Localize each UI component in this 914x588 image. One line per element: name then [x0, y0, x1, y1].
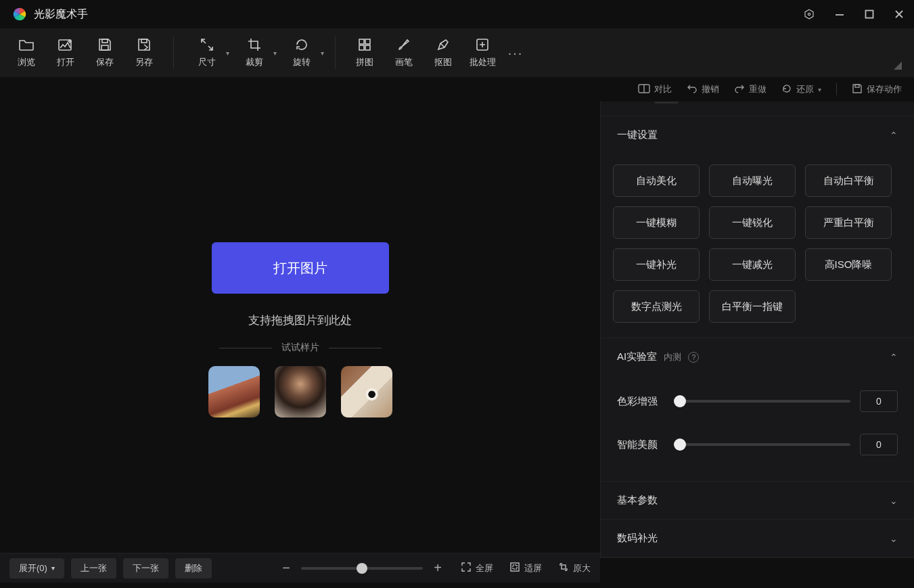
slider[interactable] [675, 443, 850, 446]
sub-toolbar: 对比 撤销 重做 还原 ▾ 保存动作 [0, 77, 914, 101]
open-image-button[interactable]: 打开图片 [212, 242, 389, 294]
saveas-button[interactable]: 另存 [124, 32, 164, 73]
section-digital-fill: 数码补光 ⌄ [601, 520, 914, 558]
svg-marker-0 [805, 9, 813, 19]
svg-rect-28 [511, 563, 519, 571]
beta-badge: 内测 [664, 351, 681, 363]
section-header-basic[interactable]: 基本参数 ⌄ [601, 482, 914, 519]
more-button[interactable]: ··· [502, 45, 529, 61]
section-header-oneclick[interactable]: 一键设置 ⌃ [601, 116, 914, 154]
zoom-slider[interactable] [301, 567, 423, 570]
preset-button[interactable]: 一键锐化 [709, 206, 796, 239]
next-button[interactable]: 下一张 [123, 558, 168, 579]
maximize-icon[interactable] [864, 9, 875, 20]
preset-button[interactable]: 一键补光 [613, 248, 700, 281]
app-name: 光影魔术手 [34, 7, 88, 22]
app-logo-icon [12, 7, 27, 22]
rotate-icon [294, 37, 309, 52]
sample-label: 试试样片 [219, 342, 382, 354]
open-button[interactable]: 打开 [46, 32, 85, 73]
pen-icon [436, 37, 451, 52]
original-size-button[interactable]: 原大 [558, 562, 591, 574]
save-button[interactable]: 保存 [85, 32, 124, 73]
expand-button[interactable]: 展开(0) ▾ [9, 558, 64, 579]
preset-grid: 自动美化自动曝光自动白平衡一键模糊一键锐化严重白平衡一键补光一键减光高ISO降噪… [613, 158, 902, 323]
undo-button[interactable]: 撤销 [687, 83, 719, 96]
cutout-button[interactable]: 抠图 [424, 32, 463, 73]
section-basic: 基本参数 ⌄ [601, 482, 914, 520]
svg-rect-12 [359, 45, 364, 50]
chevron-up-icon: ⌃ [890, 352, 898, 363]
browse-button[interactable]: 浏览 [7, 32, 46, 73]
brush-button[interactable]: 画笔 [384, 32, 424, 73]
chevron-down-icon: ▾ [226, 49, 229, 57]
save-icon [852, 83, 863, 96]
section-header-histogram[interactable]: 直方图 置顶 ⌄ [601, 101, 914, 116]
svg-rect-3 [866, 11, 873, 18]
minimize-icon[interactable] [834, 9, 845, 20]
svg-rect-7 [102, 39, 108, 43]
undo-icon [687, 83, 698, 96]
preset-button[interactable]: 自动白平衡 [805, 164, 892, 197]
preset-button[interactable]: 一键减光 [709, 248, 796, 281]
crop-button[interactable]: 裁剪 ▾ [231, 32, 278, 73]
svg-rect-11 [365, 39, 370, 44]
section-histogram: 直方图 置顶 ⌄ [601, 101, 914, 116]
prev-button[interactable]: 上一张 [71, 558, 116, 579]
sample-thumb[interactable] [275, 366, 326, 417]
canvas-drop-area[interactable]: 打开图片 支持拖拽图片到此处 试试样片 [0, 101, 600, 558]
right-panel: 调整 滤镜 文字 水印 直方图 置顶 [600, 101, 914, 558]
title-bar: 光影魔术手 [0, 0, 914, 28]
fit-icon [509, 562, 520, 574]
preset-button[interactable]: 数字点测光 [613, 290, 700, 323]
settings-icon[interactable] [803, 8, 815, 20]
sample-thumb[interactable] [208, 366, 260, 417]
svg-rect-17 [855, 85, 859, 87]
compare-button[interactable]: 对比 [638, 83, 672, 96]
help-icon[interactable]: ? [688, 352, 699, 363]
toolbar-expand-icon[interactable] [894, 60, 902, 72]
slider-value[interactable]: 0 [860, 434, 898, 455]
preset-button[interactable]: 自动美化 [613, 164, 700, 197]
svg-rect-2 [836, 14, 844, 16]
preset-button[interactable]: 白平衡一指键 [709, 290, 796, 323]
preset-button[interactable]: 自动曝光 [709, 164, 796, 197]
rotate-button[interactable]: 旋转 ▾ [278, 32, 325, 73]
export-icon [137, 37, 152, 52]
main-toolbar: 浏览 打开 保存 另存 尺寸 ▾ 裁剪 ▾ 旋转 ▾ [0, 28, 914, 77]
redo-button[interactable]: 重做 [734, 83, 767, 96]
bottom-bar: 展开(0) ▾ 上一张 下一张 删除 − + 全屏 适屏 原大 [0, 553, 600, 583]
preset-button[interactable]: 高ISO降噪 [805, 248, 892, 281]
fit-button[interactable]: 适屏 [509, 562, 542, 574]
folder-icon [18, 37, 35, 52]
section-header-ailab[interactable]: AI实验室 内测 ? ⌃ [601, 338, 914, 376]
svg-rect-9 [141, 39, 147, 43]
zoom-in-button[interactable]: + [431, 560, 444, 576]
save-action-button[interactable]: 保存动作 [852, 83, 902, 96]
chevron-down-icon: ▾ [818, 86, 821, 93]
slider[interactable] [675, 400, 850, 403]
crop-icon [247, 37, 262, 52]
chevron-up-icon: ⌃ [890, 130, 898, 141]
batch-button[interactable]: 批处理 [463, 32, 502, 73]
sample-row [208, 366, 392, 417]
preset-button[interactable]: 一键模糊 [613, 206, 700, 239]
fullscreen-button[interactable]: 全屏 [461, 562, 493, 574]
chevron-down-icon: ⌄ [890, 101, 898, 102]
collage-button[interactable]: 拼图 [345, 32, 384, 73]
zoom-out-button[interactable]: − [279, 560, 293, 576]
sample-thumb[interactable] [341, 366, 392, 417]
close-icon[interactable] [894, 9, 905, 20]
section-header-digital-fill[interactable]: 数码补光 ⌄ [601, 520, 914, 557]
restore-button[interactable]: 还原 ▾ [781, 83, 821, 96]
preset-button[interactable]: 严重白平衡 [805, 206, 892, 239]
resize-button[interactable]: 尺寸 ▾ [183, 32, 231, 73]
svg-rect-8 [101, 45, 108, 50]
image-add-icon [58, 37, 74, 52]
zoom-control: − + [279, 560, 444, 576]
svg-rect-29 [562, 565, 566, 569]
drop-hint: 支持拖拽图片到此处 [248, 313, 352, 328]
slider-row: 智能美颜0 [613, 423, 902, 466]
slider-value[interactable]: 0 [860, 390, 898, 412]
delete-button[interactable]: 删除 [175, 558, 212, 579]
